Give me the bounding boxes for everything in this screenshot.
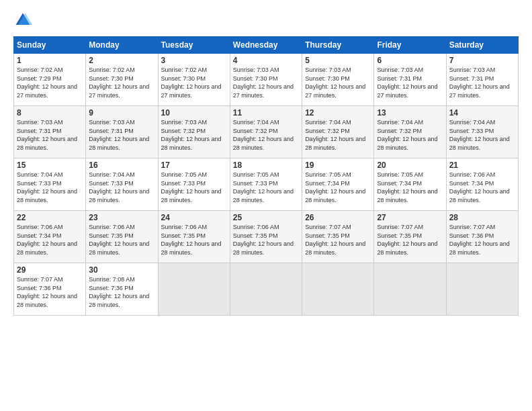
day-number: 12 — [305, 108, 371, 118]
day-number: 8 — [17, 108, 83, 118]
day-info: Sunrise: 7:02 AMSunset: 7:29 PMDaylight:… — [17, 66, 83, 99]
day-info: Sunrise: 7:05 AMSunset: 7:34 PMDaylight:… — [377, 171, 443, 204]
header-cell-sunday: Sunday — [14, 37, 86, 54]
header-cell-wednesday: Wednesday — [230, 37, 302, 54]
logo-icon — [13, 11, 32, 30]
day-cell: 30Sunrise: 7:08 AMSunset: 7:36 PMDayligh… — [86, 263, 158, 316]
day-cell: 16Sunrise: 7:04 AMSunset: 7:33 PMDayligh… — [86, 158, 158, 211]
header-cell-tuesday: Tuesday — [158, 37, 230, 54]
day-number: 3 — [161, 56, 227, 65]
day-number: 7 — [449, 56, 515, 65]
day-cell: 23Sunrise: 7:06 AMSunset: 7:35 PMDayligh… — [86, 211, 158, 263]
day-info: Sunrise: 7:03 AMSunset: 7:31 PMDaylight:… — [17, 118, 83, 152]
calendar-header: SundayMondayTuesdayWednesdayThursdayFrid… — [14, 37, 519, 54]
day-cell: 20Sunrise: 7:05 AMSunset: 7:34 PMDayligh… — [374, 158, 446, 211]
day-info: Sunrise: 7:07 AMSunset: 7:36 PMDaylight:… — [449, 223, 515, 257]
week-row-4: 29Sunrise: 7:07 AMSunset: 7:36 PMDayligh… — [14, 263, 519, 316]
day-info: Sunrise: 7:04 AMSunset: 7:33 PMDaylight:… — [449, 118, 515, 152]
day-info: Sunrise: 7:05 AMSunset: 7:34 PMDaylight:… — [305, 171, 371, 204]
day-cell: 1Sunrise: 7:02 AMSunset: 7:29 PMDaylight… — [14, 54, 86, 106]
day-info: Sunrise: 7:05 AMSunset: 7:33 PMDaylight:… — [161, 171, 227, 204]
header — [13, 11, 519, 30]
day-cell: 21Sunrise: 7:06 AMSunset: 7:34 PMDayligh… — [446, 158, 518, 211]
day-number: 23 — [89, 213, 154, 222]
day-info: Sunrise: 7:03 AMSunset: 7:30 PMDaylight:… — [233, 66, 299, 99]
header-cell-saturday: Saturday — [446, 37, 518, 54]
day-number: 10 — [161, 108, 227, 118]
day-info: Sunrise: 7:07 AMSunset: 7:35 PMDaylight:… — [377, 223, 443, 257]
day-cell — [374, 263, 446, 316]
week-row-0: 1Sunrise: 7:02 AMSunset: 7:29 PMDaylight… — [14, 54, 519, 106]
day-cell: 13Sunrise: 7:04 AMSunset: 7:32 PMDayligh… — [374, 106, 446, 158]
day-cell — [446, 263, 518, 316]
week-row-1: 8Sunrise: 7:03 AMSunset: 7:31 PMDaylight… — [14, 106, 519, 158]
day-info: Sunrise: 7:03 AMSunset: 7:30 PMDaylight:… — [305, 66, 371, 99]
day-cell: 7Sunrise: 7:03 AMSunset: 7:31 PMDaylight… — [446, 54, 518, 106]
day-number: 17 — [161, 161, 227, 170]
day-info: Sunrise: 7:04 AMSunset: 7:32 PMDaylight:… — [233, 118, 299, 152]
day-cell: 5Sunrise: 7:03 AMSunset: 7:30 PMDaylight… — [302, 54, 374, 106]
day-info: Sunrise: 7:07 AMSunset: 7:36 PMDaylight:… — [17, 275, 83, 309]
day-number: 2 — [89, 56, 154, 65]
day-number: 13 — [377, 108, 443, 118]
day-number: 9 — [89, 108, 154, 118]
day-number: 21 — [449, 161, 515, 170]
day-cell: 8Sunrise: 7:03 AMSunset: 7:31 PMDaylight… — [14, 106, 86, 158]
day-cell: 17Sunrise: 7:05 AMSunset: 7:33 PMDayligh… — [158, 158, 230, 211]
day-cell — [230, 263, 302, 316]
day-number: 19 — [305, 161, 371, 170]
day-cell — [302, 263, 374, 316]
day-info: Sunrise: 7:05 AMSunset: 7:33 PMDaylight:… — [233, 171, 299, 204]
day-number: 14 — [449, 108, 515, 118]
day-number: 16 — [89, 161, 154, 170]
day-number: 30 — [89, 265, 154, 275]
day-info: Sunrise: 7:04 AMSunset: 7:33 PMDaylight:… — [89, 171, 154, 204]
day-cell: 4Sunrise: 7:03 AMSunset: 7:30 PMDaylight… — [230, 54, 302, 106]
day-cell: 24Sunrise: 7:06 AMSunset: 7:35 PMDayligh… — [158, 211, 230, 263]
day-number: 27 — [377, 213, 443, 222]
header-cell-monday: Monday — [86, 37, 158, 54]
day-cell: 19Sunrise: 7:05 AMSunset: 7:34 PMDayligh… — [302, 158, 374, 211]
header-cell-friday: Friday — [374, 37, 446, 54]
day-cell: 14Sunrise: 7:04 AMSunset: 7:33 PMDayligh… — [446, 106, 518, 158]
day-cell: 2Sunrise: 7:02 AMSunset: 7:30 PMDaylight… — [86, 54, 158, 106]
day-info: Sunrise: 7:08 AMSunset: 7:36 PMDaylight:… — [89, 275, 154, 309]
header-row: SundayMondayTuesdayWednesdayThursdayFrid… — [14, 37, 519, 54]
day-number: 22 — [17, 213, 83, 222]
day-info: Sunrise: 7:06 AMSunset: 7:35 PMDaylight:… — [161, 223, 227, 257]
day-number: 20 — [377, 161, 443, 170]
day-cell: 11Sunrise: 7:04 AMSunset: 7:32 PMDayligh… — [230, 106, 302, 158]
day-info: Sunrise: 7:06 AMSunset: 7:34 PMDaylight:… — [449, 171, 515, 204]
day-cell: 22Sunrise: 7:06 AMSunset: 7:34 PMDayligh… — [14, 211, 86, 263]
day-info: Sunrise: 7:03 AMSunset: 7:32 PMDaylight:… — [161, 118, 227, 152]
day-number: 28 — [449, 213, 515, 222]
day-cell — [158, 263, 230, 316]
calendar-table: SundayMondayTuesdayWednesdayThursdayFrid… — [13, 36, 519, 316]
day-info: Sunrise: 7:03 AMSunset: 7:31 PMDaylight:… — [377, 66, 443, 99]
day-cell: 18Sunrise: 7:05 AMSunset: 7:33 PMDayligh… — [230, 158, 302, 211]
day-cell: 3Sunrise: 7:02 AMSunset: 7:30 PMDaylight… — [158, 54, 230, 106]
day-number: 4 — [233, 56, 299, 65]
day-number: 24 — [161, 213, 227, 222]
day-number: 6 — [377, 56, 443, 65]
day-number: 29 — [17, 265, 83, 275]
week-row-2: 15Sunrise: 7:04 AMSunset: 7:33 PMDayligh… — [14, 158, 519, 211]
day-info: Sunrise: 7:06 AMSunset: 7:35 PMDaylight:… — [233, 223, 299, 257]
day-info: Sunrise: 7:07 AMSunset: 7:35 PMDaylight:… — [305, 223, 371, 257]
day-info: Sunrise: 7:02 AMSunset: 7:30 PMDaylight:… — [89, 66, 154, 99]
day-info: Sunrise: 7:04 AMSunset: 7:32 PMDaylight:… — [305, 118, 371, 152]
day-cell: 9Sunrise: 7:03 AMSunset: 7:31 PMDaylight… — [86, 106, 158, 158]
page: SundayMondayTuesdayWednesdayThursdayFrid… — [0, 0, 532, 411]
day-cell: 28Sunrise: 7:07 AMSunset: 7:36 PMDayligh… — [446, 211, 518, 263]
day-cell: 27Sunrise: 7:07 AMSunset: 7:35 PMDayligh… — [374, 211, 446, 263]
day-info: Sunrise: 7:04 AMSunset: 7:33 PMDaylight:… — [17, 171, 83, 204]
calendar-body: 1Sunrise: 7:02 AMSunset: 7:29 PMDaylight… — [14, 54, 519, 316]
day-cell: 12Sunrise: 7:04 AMSunset: 7:32 PMDayligh… — [302, 106, 374, 158]
day-number: 26 — [305, 213, 371, 222]
day-info: Sunrise: 7:04 AMSunset: 7:32 PMDaylight:… — [377, 118, 443, 152]
day-number: 1 — [17, 56, 83, 65]
day-number: 5 — [305, 56, 371, 65]
day-info: Sunrise: 7:06 AMSunset: 7:35 PMDaylight:… — [89, 223, 154, 257]
day-info: Sunrise: 7:03 AMSunset: 7:31 PMDaylight:… — [89, 118, 154, 152]
day-cell: 15Sunrise: 7:04 AMSunset: 7:33 PMDayligh… — [14, 158, 86, 211]
